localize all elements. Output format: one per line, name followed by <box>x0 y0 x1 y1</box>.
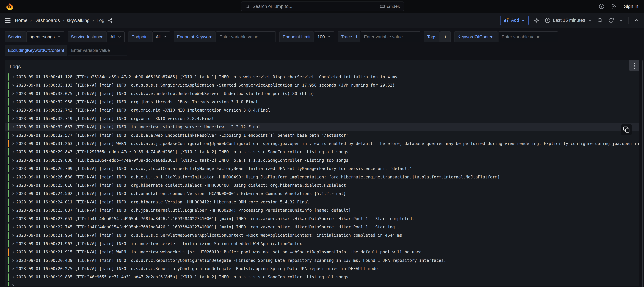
add-tag-button[interactable]: + <box>440 31 451 42</box>
log-row[interactable]: 2023-09-01 16:00:23.837 [TID:N/A] [main]… <box>5 206 639 215</box>
chevron-right-icon[interactable] <box>11 159 15 162</box>
chevron-right-icon[interactable] <box>11 175 15 179</box>
chevron-right-icon[interactable] <box>11 108 15 112</box>
log-row[interactable]: 2023-09-01 16:00:20.439 [TID:N/A] [main]… <box>5 256 639 265</box>
log-row[interactable]: 2023-09-01 16:00:33.075 [TID:N/A] [main]… <box>5 89 639 98</box>
chevron-right-icon[interactable] <box>11 167 15 171</box>
log-row[interactable]: 2023-09-01 16:00:24.011 [TID:N/A] [main]… <box>5 198 639 206</box>
chevron-right-icon[interactable] <box>11 225 15 229</box>
variable-keyword-of-content-input[interactable] <box>498 31 558 42</box>
log-rows: 2023-09-01 16:00:41.128 [TID:ca25184e-a5… <box>5 73 639 286</box>
log-text: 2023-09-01 16:00:21.963 [TID:N/A] [main]… <box>16 242 304 246</box>
chevron-right-icon[interactable] <box>11 117 15 121</box>
log-row[interactable]: 2023-09-01 16:00:21.964 [TID:N/A] [main]… <box>5 231 639 240</box>
log-row[interactable]: 2023-09-01 16:00:26.709 [TID:N/A] [main]… <box>5 164 639 173</box>
variable-service-select[interactable]: agent::songs <box>26 31 64 42</box>
log-row[interactable]: 2023-09-01 16:00:26.688 [TID:N/A] [main]… <box>5 173 639 181</box>
breadcrumb-folder[interactable]: skywalking <box>67 18 90 23</box>
chevron-right-icon[interactable] <box>11 234 15 237</box>
chevron-right-icon[interactable] <box>11 100 15 104</box>
log-row[interactable]: 2023-09-01 16:00:29.843 [TID:b291305e-ed… <box>5 148 639 156</box>
log-row[interactable]: 2023-09-01 16:00:23.651 [TID:fa4ff44da01… <box>5 215 639 223</box>
chevron-right-icon[interactable] <box>11 275 15 279</box>
add-button[interactable]: Add <box>500 16 528 25</box>
log-row[interactable]: 2023-09-01 16:00:24.502 [TID:N/A] [main]… <box>5 190 639 198</box>
log-level-bar <box>8 257 9 264</box>
log-row[interactable]: 2023-09-01 16:00:20.275 [TID:N/A] [main]… <box>5 265 639 273</box>
log-text: 2023-09-01 16:00:21.964 [TID:N/A] [main]… <box>16 233 402 238</box>
logs-panel: Logs 2023-09-01 16:00:41.128 [TID:ca2518… <box>5 60 639 286</box>
chevron-right-icon[interactable] <box>11 259 15 262</box>
toolbar-divider <box>628 17 629 24</box>
variable-endpoint-select[interactable]: All <box>152 31 170 42</box>
news-rss-icon[interactable] <box>611 3 617 9</box>
breadcrumb-dashboards[interactable]: Dashboards <box>34 18 60 23</box>
dashboard-settings-icon[interactable] <box>534 17 540 23</box>
variable-endpoint-keyword-input[interactable] <box>216 31 276 42</box>
log-row[interactable] <box>5 281 639 286</box>
chevron-right-icon[interactable] <box>11 142 15 146</box>
log-level-bar <box>8 182 9 189</box>
log-row[interactable]: 2023-09-01 16:00:32.719 [TID:N/A] [main]… <box>5 114 639 123</box>
log-row[interactable]: 2023-09-01 16:00:32.577 [TID:N/A] [main]… <box>5 131 639 139</box>
zoom-out-time-icon[interactable] <box>597 17 603 23</box>
variable-endpoint-limit-select[interactable]: 100 <box>314 31 334 42</box>
log-row[interactable]: 2023-09-01 16:00:19.835 [TID:246c9655-dc… <box>5 273 639 281</box>
chevron-right-icon[interactable] <box>11 250 15 254</box>
chevron-right-icon[interactable] <box>11 75 15 79</box>
log-level-bar <box>8 199 9 206</box>
sign-in-button[interactable]: Sign in <box>624 4 638 9</box>
variable-label: Trace Id <box>338 31 360 42</box>
log-row[interactable]: 2023-09-01 16:00:41.128 [TID:ca25184e-a5… <box>5 73 639 81</box>
search-input[interactable]: Search or jump to... cmd+k <box>241 1 404 11</box>
chevron-right-icon[interactable] <box>11 192 15 196</box>
help-icon[interactable] <box>599 3 604 9</box>
log-row[interactable]: 2023-09-01 16:00:21.915 [TID:N/A] [main]… <box>5 248 639 256</box>
refresh-icon[interactable] <box>608 17 614 23</box>
time-range-picker[interactable]: Last 15 minutes <box>545 17 592 23</box>
chevron-right-icon[interactable] <box>11 184 15 187</box>
variable-excluding-keyword-of-content-input[interactable] <box>68 45 127 56</box>
log-text: 2023-09-01 16:00:20.439 [TID:N/A] [main]… <box>16 258 446 263</box>
chevron-right-icon[interactable] <box>11 125 15 129</box>
chevron-right-icon[interactable] <box>11 83 15 87</box>
log-row[interactable]: 2023-09-01 16:00:21.963 [TID:N/A] [main]… <box>5 240 639 248</box>
menu-hamburger-icon[interactable] <box>5 18 10 23</box>
chevron-right-icon[interactable] <box>11 200 15 204</box>
collapse-controls-icon[interactable] <box>634 18 639 23</box>
log-text: 2023-09-01 16:00:19.835 [TID:246c9655-dc… <box>16 275 348 280</box>
chevron-right-icon[interactable] <box>11 217 15 221</box>
panel-menu-kebab-icon[interactable] <box>629 60 639 71</box>
chevron-right-icon[interactable] <box>11 134 15 137</box>
log-level-bar <box>8 82 9 89</box>
chevron-right-icon[interactable] <box>11 150 15 154</box>
chevron-right-icon[interactable] <box>11 209 15 212</box>
chevron-right-icon[interactable] <box>11 242 15 246</box>
refresh-interval-chevron-icon[interactable] <box>619 18 624 23</box>
breadcrumb-home[interactable]: Home <box>15 18 28 23</box>
logs-panel-header[interactable]: Logs <box>5 60 639 73</box>
log-row[interactable]: 2023-09-01 16:00:25.016 [TID:N/A] [main]… <box>5 181 639 189</box>
grafana-logo[interactable] <box>6 2 14 10</box>
log-level-bar <box>8 165 9 172</box>
variable-service-instance-select[interactable]: All <box>107 31 124 42</box>
log-row[interactable]: 2023-09-01 16:00:31.263 [TID:N/A] [main]… <box>5 139 639 148</box>
log-row[interactable]: 2023-09-01 16:00:32.742 [TID:N/A] [main]… <box>5 106 639 114</box>
variable-excluding-keyword-of-content: ExcludingKeywordOfContent <box>5 45 127 56</box>
log-row[interactable]: 2023-09-01 16:00:33.103 [TID:N/A] [main]… <box>5 81 639 89</box>
keyboard-icon <box>380 4 385 9</box>
page-scrollbar[interactable] <box>642 60 643 287</box>
log-row[interactable]: 2023-09-01 16:00:29.808 [TID:b291305e-ed… <box>5 156 639 164</box>
log-row[interactable]: 2023-09-01 16:00:22.745 [TID:fa4ff44da01… <box>5 223 639 231</box>
log-row[interactable]: 2023-09-01 16:00:32.687 [TID:N/A] [main]… <box>5 123 639 131</box>
chevron-right-icon[interactable] <box>11 92 15 96</box>
copy-log-line-button[interactable] <box>621 124 632 135</box>
log-row[interactable]: 2023-09-01 16:00:32.958 [TID:N/A] [main]… <box>5 98 639 106</box>
log-text: 2023-09-01 16:00:33.075 [TID:N/A] [main]… <box>16 91 314 96</box>
chevron-right-icon[interactable] <box>11 284 15 286</box>
share-icon[interactable] <box>108 18 113 23</box>
chevron-right-icon[interactable] <box>11 267 15 271</box>
variable-service: Service agent::songs <box>5 31 64 42</box>
variable-trace-id-input[interactable] <box>361 31 420 42</box>
log-level-bar <box>8 98 9 105</box>
